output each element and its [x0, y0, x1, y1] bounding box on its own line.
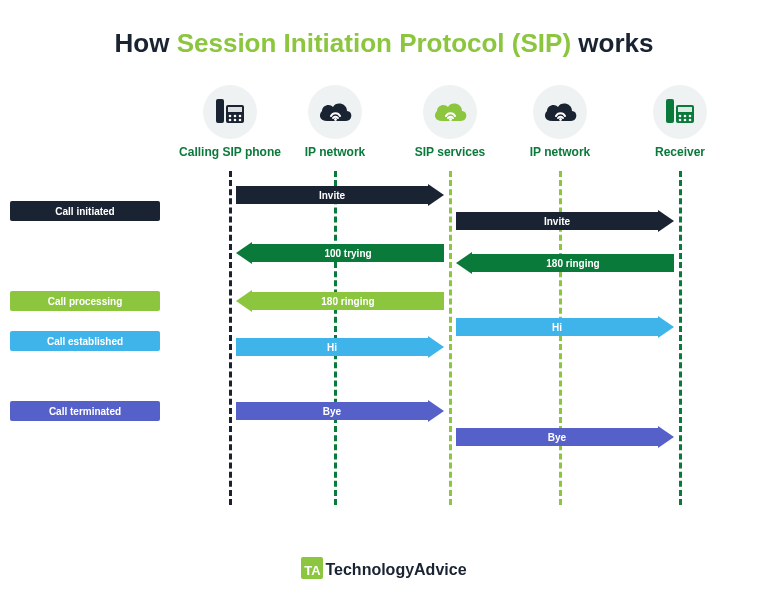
arrow-8: Bye: [456, 427, 674, 447]
arrow-2: 100 trying: [236, 243, 444, 263]
svg-point-20: [689, 119, 692, 122]
svg-point-17: [689, 115, 692, 118]
lifeline-sip-services: [449, 171, 452, 505]
lifeline-calling-phone: [229, 171, 232, 505]
node-label-sip-services: SIP services: [415, 145, 486, 159]
svg-point-5: [239, 115, 242, 118]
arrow-label: 100 trying: [252, 244, 444, 262]
arrow-head-icon: [658, 426, 674, 448]
svg-point-4: [234, 115, 237, 118]
node-sip-services: [423, 85, 477, 139]
node-label-calling-phone: Calling SIP phone: [179, 145, 281, 159]
arrow-head-icon: [658, 316, 674, 338]
title-prefix: How: [115, 28, 177, 58]
arrow-4: 180 ringing: [236, 291, 444, 311]
arrow-label: Bye: [236, 402, 428, 420]
arrow-1: Invite: [456, 211, 674, 231]
svg-point-9: [334, 118, 337, 121]
arrow-label: Invite: [236, 186, 428, 204]
title-accent: Session Initiation Protocol (SIP): [177, 28, 571, 58]
arrow-head-icon: [236, 290, 252, 312]
page-title: How Session Initiation Protocol (SIP) wo…: [0, 28, 768, 59]
arrow-label: Hi: [236, 338, 428, 356]
svg-point-10: [449, 118, 452, 121]
arrow-3: 180 ringing: [456, 253, 674, 273]
cloud-icon: [430, 97, 470, 127]
svg-point-11: [559, 118, 562, 121]
arrow-5: Hi: [456, 317, 674, 337]
svg-point-8: [239, 119, 242, 122]
footer-brand: TATechnologyAdvice: [0, 557, 768, 579]
node-label-ip-network-2: IP network: [530, 145, 590, 159]
svg-point-7: [234, 119, 237, 122]
phase-call-established: Call established: [10, 331, 160, 351]
arrow-label: 180 ringing: [252, 292, 444, 310]
svg-rect-0: [216, 99, 224, 123]
svg-rect-14: [678, 107, 692, 112]
phase-call-terminated: Call terminated: [10, 401, 160, 421]
arrow-label: Invite: [456, 212, 658, 230]
svg-point-15: [679, 115, 682, 118]
svg-point-16: [684, 115, 687, 118]
arrow-0: Invite: [236, 185, 444, 205]
node-receiver: [653, 85, 707, 139]
cloud-icon: [315, 97, 355, 127]
arrow-head-icon: [658, 210, 674, 232]
arrow-label: Hi: [456, 318, 658, 336]
arrow-head-icon: [428, 400, 444, 422]
node-label-ip-network-1: IP network: [305, 145, 365, 159]
phase-call-initiated: Call initiated: [10, 201, 160, 221]
arrow-label: Bye: [456, 428, 658, 446]
arrow-7: Bye: [236, 401, 444, 421]
phone-icon: [213, 97, 247, 127]
diagram-stage: Calling SIP phone IP network SIP service…: [40, 85, 728, 505]
phone-icon: [663, 97, 697, 127]
cloud-icon: [540, 97, 580, 127]
svg-point-19: [684, 119, 687, 122]
svg-point-3: [229, 115, 232, 118]
svg-rect-2: [228, 107, 242, 112]
node-calling-phone: [203, 85, 257, 139]
title-suffix: works: [571, 28, 653, 58]
node-ip-network-2: [533, 85, 587, 139]
arrow-head-icon: [236, 242, 252, 264]
arrow-head-icon: [428, 336, 444, 358]
brand-name: TechnologyAdvice: [325, 561, 466, 578]
arrow-label: 180 ringing: [472, 254, 674, 272]
svg-point-6: [229, 119, 232, 122]
node-ip-network-1: [308, 85, 362, 139]
brand-badge-icon: TA: [301, 557, 323, 579]
phase-call-processing: Call processing: [10, 291, 160, 311]
arrow-head-icon: [456, 252, 472, 274]
arrow-6: Hi: [236, 337, 444, 357]
svg-point-18: [679, 119, 682, 122]
arrow-head-icon: [428, 184, 444, 206]
node-label-receiver: Receiver: [655, 145, 705, 159]
lifeline-receiver: [679, 171, 682, 505]
svg-rect-12: [666, 99, 674, 123]
